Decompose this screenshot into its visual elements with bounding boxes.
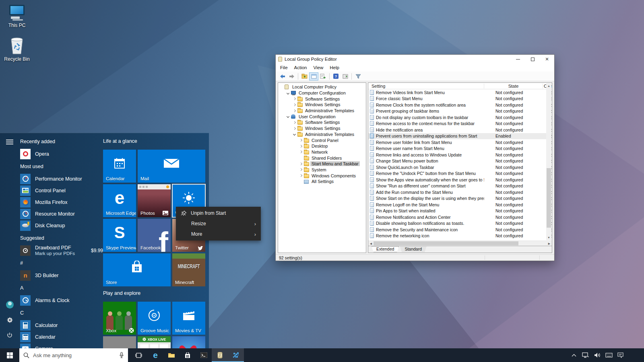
setting-row[interactable]: Remove links and access to Windows Updat… (368, 152, 552, 158)
close-button[interactable]: ✕ (540, 55, 554, 64)
minimize-button[interactable] (511, 55, 525, 64)
setting-row[interactable]: Remove Videos link from Start MenuNot co… (368, 89, 552, 96)
menu-action[interactable]: Action (291, 65, 310, 70)
app-list-item-drawboard-pdf[interactable]: Drawboard PDFMark up your PDFs$9.99 (20, 245, 103, 256)
scroll-up-arrow[interactable]: ▲ (546, 83, 551, 88)
tile-movies-tv[interactable]: Movies & TV (172, 302, 205, 335)
setting-row[interactable]: Prevent users from uninstalling applicat… (368, 133, 552, 140)
tile-skype-preview[interactable]: S Skype Preview (103, 219, 136, 252)
tile-photos[interactable]: Photos (138, 184, 171, 217)
context-menu-item-unpin[interactable]: Unpin from Start (176, 208, 261, 218)
setting-row[interactable]: Hide the notification areaNot configured… (368, 127, 552, 133)
menu-help[interactable]: Help (326, 65, 343, 70)
horizontal-scrollbar[interactable]: ◀ ▶ (368, 241, 552, 246)
settings-gear-icon[interactable] (6, 317, 13, 324)
app-list-item-alarms-clock[interactable]: Alarms & Clock (20, 294, 103, 306)
menu-file[interactable]: File (277, 65, 291, 70)
power-icon[interactable] (6, 332, 13, 339)
volume-icon[interactable] (591, 348, 603, 362)
user-avatar[interactable] (6, 301, 14, 309)
tile-calendar[interactable]: Calendar (103, 150, 136, 183)
app-list-item-performance-monitor[interactable]: Performance Monitor (20, 173, 103, 185)
setting-row[interactable]: Remove user name from Start MenuNot conf… (368, 146, 552, 152)
expand-chevron-icon[interactable] (293, 121, 296, 124)
tree-item-shared-folders[interactable]: Shared Folders (278, 155, 366, 161)
store-icon[interactable] (180, 348, 196, 362)
tree-item-user-configuration[interactable]: User Configuration (278, 113, 366, 119)
tree-item-software-settings[interactable]: Software Settings (278, 96, 366, 102)
back-icon[interactable] (278, 72, 287, 80)
tree-item-control-panel[interactable]: Control Panel (278, 137, 366, 143)
tree-item-administrative-templates[interactable]: Administrative Templates (278, 108, 366, 114)
tab-extended[interactable]: Extended (372, 246, 399, 252)
app-list-item-resource-monitor[interactable]: Resource Monitor (20, 208, 103, 220)
microphone-icon[interactable] (119, 352, 124, 358)
group-policy-editor-icon[interactable] (212, 348, 228, 362)
expand-chevron-icon[interactable] (299, 168, 302, 171)
setting-row[interactable]: Pin Apps to Start when installedNot conf… (368, 208, 552, 214)
app-list-item-calendar[interactable]: Calendar (20, 331, 103, 343)
scroll-down-arrow[interactable]: ▼ (546, 235, 551, 240)
tree-item-desktop[interactable]: Desktop (278, 143, 366, 149)
file-explorer-icon[interactable] (163, 348, 180, 362)
tree-item-software-settings[interactable]: Software Settings (278, 119, 366, 125)
tile-microsoft-edge[interactable]: e Microsoft Edge (103, 184, 136, 217)
expand-chevron-icon[interactable] (293, 103, 296, 106)
tab-standard[interactable]: Standard (400, 246, 427, 252)
setting-row[interactable]: Disable showing balloon notifications as… (368, 220, 552, 227)
tree-item-windows-settings[interactable]: Windows Settings (278, 125, 366, 132)
horizontal-scroll-thumb[interactable] (374, 241, 518, 245)
tree-item-start-menu-and-taskbar[interactable]: Start Menu and Taskbar (278, 161, 366, 167)
app-list-item-calculator[interactable]: Calculator (20, 319, 103, 331)
expand-chevron-icon[interactable] (299, 174, 302, 177)
edge-icon[interactable]: e (147, 348, 163, 362)
tile-groove-music[interactable]: Groove Music (138, 302, 171, 335)
desktop-icon-this-pc[interactable]: This PC (1, 2, 33, 28)
expand-chevron-icon[interactable] (299, 139, 302, 142)
app-list-item-3d-builder[interactable]: n3D Builder (20, 269, 103, 281)
expand-chevron-icon[interactable] (293, 109, 296, 112)
vertical-scrollbar[interactable]: ▲ ▼ (546, 83, 551, 240)
column-header-setting[interactable]: Setting (368, 84, 484, 88)
setting-row[interactable]: Remove Clock from the system notificatio… (368, 102, 552, 108)
help-icon[interactable]: ? (331, 72, 341, 80)
tree-item-local-computer-policy[interactable]: Local Computer Policy (278, 84, 366, 90)
hamburger-icon[interactable] (6, 140, 13, 146)
desktop-icon-recycle-bin[interactable]: Recycle Bin (1, 36, 33, 62)
tile-candy[interactable] (172, 336, 205, 348)
start-button[interactable] (0, 348, 19, 362)
tree-item-all-settings[interactable]: All Settings (278, 179, 366, 185)
setting-row[interactable]: Remove the networking iconNot configured… (368, 233, 552, 239)
tile-store[interactable]: Store (103, 253, 171, 286)
vertical-scroll-thumb[interactable] (547, 168, 551, 228)
scroll-left-arrow[interactable]: ◀ (368, 241, 374, 246)
collapse-chevron-icon[interactable] (293, 133, 296, 136)
setting-row[interactable]: Remove user folder link from Start MenuN… (368, 139, 552, 146)
scroll-right-arrow[interactable]: ▶ (547, 241, 552, 246)
setting-row[interactable]: Prevent grouping of taskbar itemsNot con… (368, 108, 552, 115)
expand-chevron-icon[interactable] (299, 162, 302, 165)
network-icon[interactable] (580, 348, 591, 362)
tree-item-system[interactable]: System (278, 167, 366, 173)
show-action-pane-icon[interactable] (341, 72, 350, 80)
setting-row[interactable]: Change Start Menu power buttonNot config… (368, 158, 552, 165)
setting-row[interactable]: Add the Run command to the Start MenuNot… (368, 189, 552, 195)
tile-loading[interactable] (103, 336, 136, 348)
tree-item-windows-components[interactable]: Windows Components (278, 173, 366, 179)
setting-row[interactable]: Remove the "Undock PC" button from the S… (368, 171, 552, 177)
maximize-button[interactable] (525, 55, 540, 64)
tile-xbox-live[interactable]: XBOX LIVE (138, 336, 171, 348)
setting-row[interactable]: Show the Apps view automatically when th… (368, 177, 552, 183)
collapse-chevron-icon[interactable] (287, 91, 289, 94)
setting-row[interactable]: Show QuickLaunch on TaskbarNot configure… (368, 164, 552, 171)
setting-row[interactable]: Remove the Security and Maintenance icon… (368, 226, 552, 233)
setting-row[interactable]: Remove Logoff on the Start MenuNot confi… (368, 202, 552, 208)
show-console-tree-icon[interactable] (309, 72, 318, 80)
forward-icon[interactable] (287, 72, 296, 80)
app-list-item-control-panel[interactable]: Control Panel (20, 185, 103, 196)
tile-mail[interactable]: Mail (138, 150, 205, 183)
setting-row[interactable]: Show "Run as different user" command on … (368, 183, 552, 189)
setting-row[interactable]: Force classic Start MenuNot configuredNo (368, 96, 552, 102)
expand-chevron-icon[interactable] (299, 150, 302, 153)
collapse-chevron-icon[interactable] (287, 115, 289, 118)
